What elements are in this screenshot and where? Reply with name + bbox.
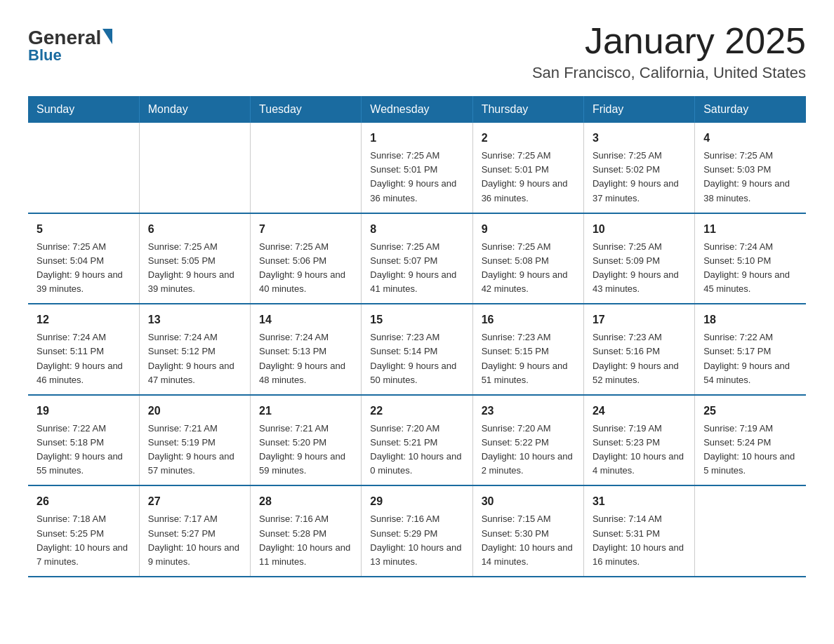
week-row-4: 19Sunrise: 7:22 AM Sunset: 5:18 PM Dayli… bbox=[28, 395, 806, 486]
day-number: 19 bbox=[37, 403, 131, 420]
header-cell-wednesday: Wednesday bbox=[362, 96, 472, 123]
day-number: 9 bbox=[482, 221, 575, 238]
day-info: Sunrise: 7:15 AM Sunset: 5:30 PM Dayligh… bbox=[482, 512, 575, 569]
day-number: 6 bbox=[148, 221, 241, 238]
title-block: January 2025 San Francisco, California, … bbox=[532, 21, 806, 82]
calendar-body: 1Sunrise: 7:25 AM Sunset: 5:01 PM Daylig… bbox=[28, 123, 806, 577]
header-row: SundayMondayTuesdayWednesdayThursdayFrid… bbox=[28, 96, 806, 123]
day-cell: 13Sunrise: 7:24 AM Sunset: 5:12 PM Dayli… bbox=[139, 304, 250, 395]
day-info: Sunrise: 7:22 AM Sunset: 5:18 PM Dayligh… bbox=[37, 422, 131, 478]
month-title: January 2025 bbox=[532, 21, 806, 61]
header-cell-monday: Monday bbox=[139, 96, 250, 123]
week-row-2: 5Sunrise: 7:25 AM Sunset: 5:04 PM Daylig… bbox=[28, 213, 806, 304]
day-info: Sunrise: 7:23 AM Sunset: 5:14 PM Dayligh… bbox=[370, 330, 463, 387]
day-number: 25 bbox=[703, 403, 797, 420]
day-number: 12 bbox=[37, 311, 131, 328]
day-cell: 17Sunrise: 7:23 AM Sunset: 5:16 PM Dayli… bbox=[583, 304, 694, 395]
day-number: 22 bbox=[370, 403, 463, 420]
day-cell: 29Sunrise: 7:16 AM Sunset: 5:29 PM Dayli… bbox=[362, 485, 472, 577]
logo: General Blue bbox=[28, 28, 112, 65]
day-number: 16 bbox=[482, 311, 575, 328]
day-cell: 21Sunrise: 7:21 AM Sunset: 5:20 PM Dayli… bbox=[251, 395, 362, 486]
day-info: Sunrise: 7:25 AM Sunset: 5:01 PM Dayligh… bbox=[370, 149, 463, 206]
day-cell: 5Sunrise: 7:25 AM Sunset: 5:04 PM Daylig… bbox=[28, 213, 139, 304]
day-number: 15 bbox=[370, 311, 463, 328]
logo-triangle-icon bbox=[102, 29, 112, 44]
day-info: Sunrise: 7:23 AM Sunset: 5:15 PM Dayligh… bbox=[482, 330, 575, 387]
day-info: Sunrise: 7:24 AM Sunset: 5:11 PM Dayligh… bbox=[37, 330, 131, 387]
day-cell: 24Sunrise: 7:19 AM Sunset: 5:23 PM Dayli… bbox=[583, 395, 694, 486]
day-info: Sunrise: 7:21 AM Sunset: 5:19 PM Dayligh… bbox=[148, 422, 241, 478]
day-cell: 4Sunrise: 7:25 AM Sunset: 5:03 PM Daylig… bbox=[695, 123, 806, 213]
day-cell bbox=[251, 123, 362, 213]
day-info: Sunrise: 7:23 AM Sunset: 5:16 PM Dayligh… bbox=[593, 330, 686, 387]
day-info: Sunrise: 7:16 AM Sunset: 5:29 PM Dayligh… bbox=[370, 512, 463, 569]
day-number: 11 bbox=[703, 221, 797, 238]
day-info: Sunrise: 7:24 AM Sunset: 5:10 PM Dayligh… bbox=[703, 240, 797, 297]
day-cell: 7Sunrise: 7:25 AM Sunset: 5:06 PM Daylig… bbox=[251, 213, 362, 304]
day-cell: 30Sunrise: 7:15 AM Sunset: 5:30 PM Dayli… bbox=[472, 485, 583, 577]
day-number: 2 bbox=[482, 130, 575, 147]
header-cell-tuesday: Tuesday bbox=[251, 96, 362, 123]
day-number: 20 bbox=[148, 403, 241, 420]
day-number: 8 bbox=[370, 221, 463, 238]
day-cell: 19Sunrise: 7:22 AM Sunset: 5:18 PM Dayli… bbox=[28, 395, 139, 486]
day-cell: 14Sunrise: 7:24 AM Sunset: 5:13 PM Dayli… bbox=[251, 304, 362, 395]
header-cell-thursday: Thursday bbox=[472, 96, 583, 123]
day-cell: 15Sunrise: 7:23 AM Sunset: 5:14 PM Dayli… bbox=[362, 304, 472, 395]
day-info: Sunrise: 7:24 AM Sunset: 5:13 PM Dayligh… bbox=[259, 330, 352, 387]
day-info: Sunrise: 7:25 AM Sunset: 5:07 PM Dayligh… bbox=[370, 240, 463, 297]
day-info: Sunrise: 7:18 AM Sunset: 5:25 PM Dayligh… bbox=[37, 512, 131, 569]
header-cell-saturday: Saturday bbox=[695, 96, 806, 123]
day-cell: 27Sunrise: 7:17 AM Sunset: 5:27 PM Dayli… bbox=[139, 485, 250, 577]
day-number: 28 bbox=[259, 493, 352, 510]
day-info: Sunrise: 7:25 AM Sunset: 5:06 PM Dayligh… bbox=[259, 240, 352, 297]
day-info: Sunrise: 7:25 AM Sunset: 5:05 PM Dayligh… bbox=[148, 240, 241, 297]
day-cell bbox=[28, 123, 139, 213]
day-number: 7 bbox=[259, 221, 352, 238]
day-number: 27 bbox=[148, 493, 241, 510]
header-cell-friday: Friday bbox=[583, 96, 694, 123]
week-row-5: 26Sunrise: 7:18 AM Sunset: 5:25 PM Dayli… bbox=[28, 485, 806, 577]
location-subtitle: San Francisco, California, United States bbox=[532, 64, 806, 82]
day-info: Sunrise: 7:25 AM Sunset: 5:02 PM Dayligh… bbox=[593, 149, 686, 206]
day-number: 18 bbox=[703, 311, 797, 328]
day-info: Sunrise: 7:20 AM Sunset: 5:21 PM Dayligh… bbox=[370, 422, 463, 478]
day-cell: 26Sunrise: 7:18 AM Sunset: 5:25 PM Dayli… bbox=[28, 485, 139, 577]
day-cell: 25Sunrise: 7:19 AM Sunset: 5:24 PM Dayli… bbox=[695, 395, 806, 486]
day-number: 29 bbox=[370, 493, 463, 510]
calendar-table: SundayMondayTuesdayWednesdayThursdayFrid… bbox=[28, 96, 806, 577]
day-cell: 22Sunrise: 7:20 AM Sunset: 5:21 PM Dayli… bbox=[362, 395, 472, 486]
day-info: Sunrise: 7:25 AM Sunset: 5:09 PM Dayligh… bbox=[593, 240, 686, 297]
day-cell bbox=[139, 123, 250, 213]
day-info: Sunrise: 7:25 AM Sunset: 5:03 PM Dayligh… bbox=[703, 149, 797, 206]
day-cell: 28Sunrise: 7:16 AM Sunset: 5:28 PM Dayli… bbox=[251, 485, 362, 577]
day-cell: 8Sunrise: 7:25 AM Sunset: 5:07 PM Daylig… bbox=[362, 213, 472, 304]
day-number: 21 bbox=[259, 403, 352, 420]
day-number: 24 bbox=[593, 403, 686, 420]
day-number: 4 bbox=[703, 130, 797, 147]
day-number: 5 bbox=[37, 221, 131, 238]
day-cell: 3Sunrise: 7:25 AM Sunset: 5:02 PM Daylig… bbox=[583, 123, 694, 213]
day-number: 30 bbox=[482, 493, 575, 510]
header-cell-sunday: Sunday bbox=[28, 96, 139, 123]
logo-blue-text: Blue bbox=[28, 46, 112, 65]
day-info: Sunrise: 7:16 AM Sunset: 5:28 PM Dayligh… bbox=[259, 512, 352, 569]
day-number: 31 bbox=[593, 493, 686, 510]
day-cell: 6Sunrise: 7:25 AM Sunset: 5:05 PM Daylig… bbox=[139, 213, 250, 304]
day-number: 26 bbox=[37, 493, 131, 510]
day-info: Sunrise: 7:21 AM Sunset: 5:20 PM Dayligh… bbox=[259, 422, 352, 478]
day-cell: 16Sunrise: 7:23 AM Sunset: 5:15 PM Dayli… bbox=[472, 304, 583, 395]
day-cell bbox=[695, 485, 806, 577]
day-cell: 11Sunrise: 7:24 AM Sunset: 5:10 PM Dayli… bbox=[695, 213, 806, 304]
day-cell: 9Sunrise: 7:25 AM Sunset: 5:08 PM Daylig… bbox=[472, 213, 583, 304]
day-cell: 23Sunrise: 7:20 AM Sunset: 5:22 PM Dayli… bbox=[472, 395, 583, 486]
day-info: Sunrise: 7:25 AM Sunset: 5:01 PM Dayligh… bbox=[482, 149, 575, 206]
day-info: Sunrise: 7:20 AM Sunset: 5:22 PM Dayligh… bbox=[482, 422, 575, 478]
day-cell: 31Sunrise: 7:14 AM Sunset: 5:31 PM Dayli… bbox=[583, 485, 694, 577]
day-info: Sunrise: 7:25 AM Sunset: 5:04 PM Dayligh… bbox=[37, 240, 131, 297]
day-cell: 10Sunrise: 7:25 AM Sunset: 5:09 PM Dayli… bbox=[583, 213, 694, 304]
day-cell: 2Sunrise: 7:25 AM Sunset: 5:01 PM Daylig… bbox=[472, 123, 583, 213]
day-cell: 20Sunrise: 7:21 AM Sunset: 5:19 PM Dayli… bbox=[139, 395, 250, 486]
day-cell: 12Sunrise: 7:24 AM Sunset: 5:11 PM Dayli… bbox=[28, 304, 139, 395]
